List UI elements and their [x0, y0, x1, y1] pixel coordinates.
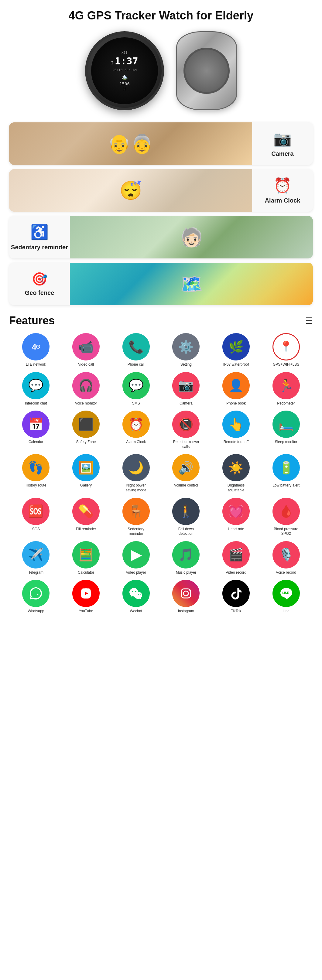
icon-line[interactable]: Line — [262, 580, 310, 614]
watch-steps: 1506 — [120, 81, 130, 86]
icon-intercom[interactable]: 💬 Intercom chat — [12, 372, 60, 406]
icon-sos[interactable]: 🆘 SOS — [12, 498, 60, 536]
geofence-label: Geo fence — [25, 290, 54, 296]
icon-lte[interactable]: 4G LTE network — [12, 333, 60, 367]
icon-calculator[interactable]: 🧮 Calculator — [62, 541, 110, 575]
sedentary-label: Sedentary reminder — [11, 244, 68, 251]
geofence-icon: 🎯 — [32, 272, 48, 286]
icon-volume[interactable]: 🔊 Volume control — [162, 454, 210, 493]
icon-alarmclock[interactable]: ⏰ Alarm Clock — [112, 410, 160, 449]
icon-wechat[interactable]: Wechat — [112, 580, 160, 614]
banner-geofence-image: 🗺️ — [70, 262, 313, 305]
watch-face: XII I 1:37 20/10 Sun AM 🏔️ 1506 30 — [91, 37, 158, 104]
icon-youtube[interactable]: YouTube — [62, 580, 110, 614]
icon-pedometer[interactable]: 🏃 Pedometer — [262, 372, 310, 406]
icon-setting[interactable]: ⚙️ Setting — [162, 333, 210, 367]
alarm-icon: ⏰ — [273, 177, 292, 194]
icon-tiktok[interactable]: TikTok — [212, 580, 260, 614]
icon-musicplayer[interactable]: 🎵 Music player — [162, 541, 210, 575]
icon-gps[interactable]: 📍 GPS+WIFI+LBS — [262, 333, 310, 367]
banner-alarm: 😴 ⏰ Alarm Clock — [9, 169, 313, 212]
svg-point-1 — [183, 591, 188, 596]
banner-sedentary-icon-area: ♿ Sedentary reminder — [9, 216, 70, 258]
icon-whatsapp[interactable]: Whatsapp — [12, 580, 60, 614]
icon-remoteturnoff[interactable]: 👆 Remote turn off — [212, 410, 260, 449]
icon-voicemonitor[interactable]: 🎧 Voice monitor — [62, 372, 110, 406]
banner-alarm-icon-area: ⏰ Alarm Clock — [252, 169, 313, 212]
icon-bpspo2[interactable]: 🩸 Blood pressure SPO2 — [262, 498, 310, 536]
icon-brightness[interactable]: ☀️ Brightness adjustable — [212, 454, 260, 493]
icon-waterproof[interactable]: 🌿 IP67 waterproof — [212, 333, 260, 367]
icons-grid: 4G LTE network 📹 Video call 📞 Phone call… — [9, 333, 313, 614]
watch-time: 1:37 — [115, 55, 138, 67]
banner-geofence: 🗺️ 🎯 Geo fence — [9, 262, 313, 305]
watch-side-view — [176, 31, 237, 110]
banner-geofence-icon-area: 🎯 Geo fence — [9, 262, 70, 305]
icon-sms[interactable]: 💬 SMS — [112, 372, 160, 406]
banner-camera-image: 👴👵 — [9, 123, 252, 165]
icon-videorecord[interactable]: 🎬 Video record — [212, 541, 260, 575]
icon-sleepmonitor[interactable]: 🛏️ Sleep monitor — [262, 410, 310, 449]
icon-nightmode[interactable]: 🌙 Night power saving mode — [112, 454, 160, 493]
menu-icon[interactable]: ☰ — [305, 316, 313, 326]
banner-camera-icon-area: 📷 Camera — [252, 123, 313, 165]
icon-safetyzone[interactable]: ⬛ Safety Zone — [62, 410, 110, 449]
icon-historyroute[interactable]: 👣 History route — [12, 454, 60, 493]
icon-phonecall[interactable]: 📞 Phone call — [112, 333, 160, 367]
page-title: 4G GPS Tracker Watch for Elderly — [0, 0, 322, 28]
svg-point-2 — [189, 589, 190, 591]
icon-rejectcalls[interactable]: 📵 Reject unknown calls — [162, 410, 210, 449]
watch-images-section: XII I 1:37 20/10 Sun AM 🏔️ 1506 30 — [0, 28, 322, 119]
banner-camera: 👴👵 📷 Camera — [9, 123, 313, 165]
icon-pill[interactable]: 💊 Pill reminder — [62, 498, 110, 536]
camera-label: Camera — [271, 150, 293, 158]
features-title: Features — [9, 314, 55, 327]
camera-icon: 📷 — [273, 130, 292, 147]
icon-heartrate[interactable]: 💓 Heart rate — [212, 498, 260, 536]
icon-videocall[interactable]: 📹 Video call — [62, 333, 110, 367]
watch-front-view: XII I 1:37 20/10 Sun AM 🏔️ 1506 30 — [85, 31, 164, 110]
banner-sedentary: 🧓🏻 ♿ Sedentary reminder — [9, 216, 313, 258]
sedentary-icon: ♿ — [30, 224, 49, 241]
icon-calendar[interactable]: 📅 Calendar — [12, 410, 60, 449]
icon-voicerecord[interactable]: 🎙️ Voice record — [262, 541, 310, 575]
alarm-label: Alarm Clock — [265, 197, 300, 204]
banner-alarm-image: 😴 — [9, 169, 252, 212]
icon-sedentary2[interactable]: 🪑 Sedentary reminder — [112, 498, 160, 536]
icon-gallery[interactable]: 🖼️ Gallery — [62, 454, 110, 493]
icon-camera[interactable]: 📷 Camera — [162, 372, 210, 406]
icon-falldown[interactable]: 🚶 Fall down detection — [162, 498, 210, 536]
watch-date: 20/10 Sun AM — [112, 68, 136, 72]
icon-telegram[interactable]: ✈️ Telegram — [12, 541, 60, 575]
banner-sedentary-image: 🧓🏻 — [70, 216, 313, 258]
icon-lowbattery[interactable]: 🔋 Low battery alert — [262, 454, 310, 493]
icon-videoplayer[interactable]: ▶ Video player — [112, 541, 160, 575]
icon-instagram[interactable]: Instagram — [162, 580, 210, 614]
features-section: Features ☰ 4G LTE network 📹 Video call 📞… — [0, 308, 322, 617]
icon-phonebook[interactable]: 👤 Phone book — [212, 372, 260, 406]
features-header: Features ☰ — [9, 314, 313, 327]
